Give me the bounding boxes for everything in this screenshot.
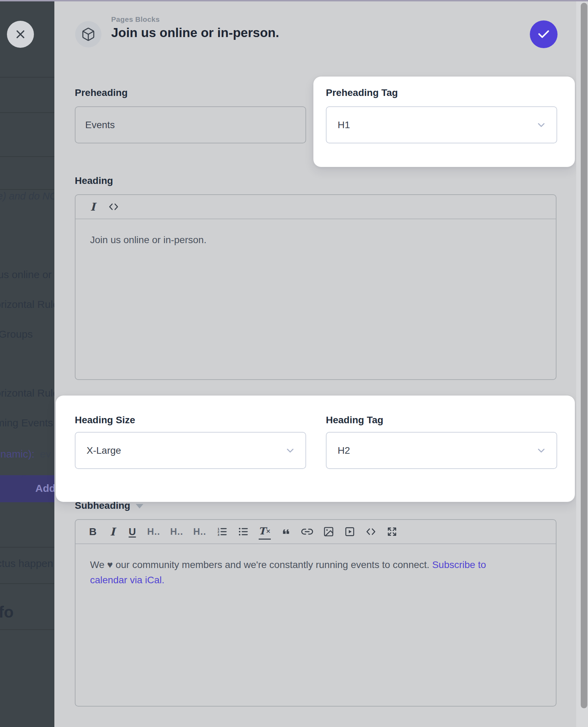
add-button-label: Add — [21, 475, 54, 502]
chevron-down-icon — [536, 445, 547, 456]
close-button[interactable] — [7, 21, 34, 48]
confirm-button[interactable] — [530, 20, 558, 48]
subheading-editor-content[interactable]: We ♥ our community members and we're con… — [75, 544, 556, 588]
divider — [0, 629, 54, 630]
divider — [0, 189, 54, 190]
video-button[interactable] — [344, 524, 355, 540]
backdrop-section-heading-fragment: fo — [0, 603, 14, 621]
backdrop-text-fragment: ming Events — [0, 417, 53, 429]
backdrop-text-fragment: Groups — [0, 328, 33, 340]
code-view-button[interactable] — [108, 199, 119, 215]
image-button[interactable] — [323, 524, 334, 540]
page-title: Join us online or in-person. — [111, 26, 279, 40]
preheading-input[interactable]: Events — [75, 106, 306, 143]
heading-tag-select[interactable]: H2 — [326, 432, 557, 469]
check-icon — [537, 27, 551, 41]
italic-button[interactable]: I — [88, 199, 98, 215]
screen: e) and do NOT us online or i orizontal R… — [0, 0, 588, 727]
preheading-value: Events — [85, 119, 115, 131]
preheading-tag-value: H1 — [338, 119, 536, 131]
heading3-button[interactable]: H.. — [193, 524, 206, 540]
preheading-label: Preheading — [75, 87, 127, 98]
backdrop-text-fragment: ynamic):ev — [0, 448, 51, 460]
block-type-badge — [75, 21, 101, 47]
preheading-tag-card: Preheading Tag H1 — [313, 77, 575, 167]
backdrop-text-fragment: e) and do NOT — [0, 190, 54, 202]
window-top-edge — [0, 0, 588, 1]
divider — [0, 583, 54, 584]
blockquote-button[interactable] — [281, 524, 291, 540]
italic-button[interactable]: I — [108, 524, 117, 540]
collapse-caret-icon[interactable] — [136, 504, 143, 508]
backdrop-dynamic-value: ev — [40, 448, 51, 460]
heading1-button[interactable]: H.. — [147, 524, 160, 540]
block-editor-modal: Pages Blocks Join us online or in-person… — [54, 0, 588, 727]
bold-button[interactable]: B — [88, 524, 98, 540]
divider — [0, 547, 54, 548]
link-button[interactable] — [301, 524, 313, 540]
divider — [0, 112, 54, 113]
heading-editor-toolbar: I — [75, 195, 556, 219]
clear-formatting-button[interactable]: T× — [259, 524, 271, 540]
close-icon — [14, 28, 27, 41]
svg-text:3: 3 — [217, 533, 219, 537]
subheading-editor-toolbar: B I U H.. H.. H.. 1 2 3 — [75, 520, 556, 544]
scrollbar-thumb[interactable] — [581, 3, 587, 708]
dimmed-backdrop: e) and do NOT us online or i orizontal R… — [0, 0, 54, 727]
underline-button[interactable]: U — [127, 524, 137, 540]
heading-size-label: Heading Size — [75, 415, 135, 426]
subheading-text: We ♥ our community members and we're con… — [90, 559, 432, 570]
breadcrumb: Pages Blocks — [111, 15, 160, 24]
scrollbar-track — [576, 0, 588, 727]
subheading-label-row[interactable]: Subheading — [75, 500, 143, 511]
heading-editor: I Join us online or in-person. — [75, 194, 556, 380]
subheading-editor: B I U H.. H.. H.. 1 2 3 — [75, 519, 556, 707]
preheading-tag-label: Preheading Tag — [326, 87, 398, 98]
heading-label: Heading — [75, 175, 113, 186]
code-button[interactable] — [365, 524, 376, 540]
preheading-tag-select[interactable]: H1 — [326, 106, 557, 143]
chevron-down-icon — [285, 445, 296, 456]
heading-size-value: X-Large — [87, 445, 285, 456]
heading2-button[interactable]: H.. — [170, 524, 184, 540]
heading-size-select[interactable]: X-Large — [75, 432, 306, 469]
chevron-down-icon — [536, 119, 547, 131]
backdrop-text-fragment: orizontal Rule — [0, 299, 54, 310]
heading-tag-value: H2 — [338, 445, 536, 456]
backdrop-dynamic-label: ynamic): — [0, 448, 34, 460]
divider — [0, 156, 54, 157]
ordered-list-button[interactable]: 1 2 3 — [216, 524, 228, 540]
divider — [0, 77, 54, 78]
heading-text: Join us online or in-person. — [90, 234, 206, 245]
backdrop-text-fragment: orizontal Rule — [0, 387, 54, 399]
heading-tag-label: Heading Tag — [326, 415, 383, 426]
add-button[interactable]: Add — [21, 475, 54, 502]
heading-size-tag-card: Heading Size X-Large Heading Tag H2 — [56, 396, 575, 502]
fullscreen-button[interactable] — [386, 524, 398, 540]
backdrop-text-fragment: ctus happen — [0, 558, 53, 569]
backdrop-text-fragment: us online or i — [0, 269, 54, 281]
heading-editor-content[interactable]: Join us online or in-person. — [75, 219, 556, 248]
subheading-label: Subheading — [75, 500, 130, 511]
cube-icon — [81, 27, 96, 42]
bullet-list-button[interactable] — [238, 524, 249, 540]
